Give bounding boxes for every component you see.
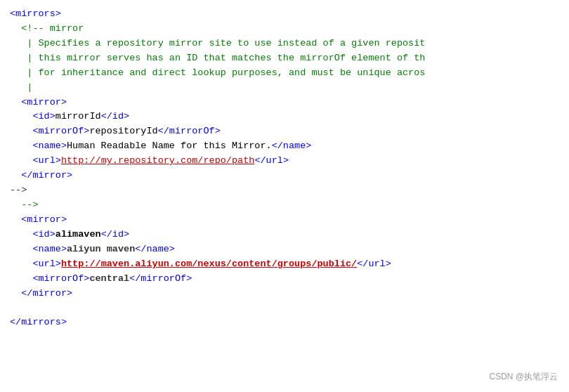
tag-mirrors-open: <mirrors> bbox=[10, 8, 61, 19]
name-value-1: Human Readable Name for this Mirror. bbox=[67, 141, 272, 151]
line-8: <id>mirrorId</id> bbox=[10, 110, 559, 124]
tag-mirror-close-2: </mirror> bbox=[21, 288, 72, 299]
comment-line4: | this mirror serves has an ID that matc… bbox=[10, 53, 425, 63]
line-4: | this mirror serves has an ID that matc… bbox=[10, 51, 559, 66]
tag-url-close-2: </url> bbox=[357, 259, 391, 269]
line-17: <url>http://maven.aliyun.com/nexus/conte… bbox=[10, 257, 559, 272]
comment-line6: | bbox=[10, 82, 32, 93]
line-2: <!-- mirror bbox=[10, 22, 559, 37]
tag-mirror-close-1: </mirror> bbox=[21, 170, 72, 181]
line-9: <mirrorOf>repositoryId</mirrorOf> bbox=[10, 124, 559, 139]
tag-mirrors-close: </mirrors> bbox=[10, 317, 67, 327]
line-14: <mirror> bbox=[10, 213, 559, 228]
url-value-1[interactable]: http://my.repository.com/repo/path bbox=[61, 155, 254, 166]
line-11: <url>http://my.repository.com/repo/path<… bbox=[10, 154, 559, 169]
tag-url-open-2: <url> bbox=[32, 259, 61, 269]
tag-mirrorOf-close-2: </mirrorOf> bbox=[129, 273, 192, 284]
line-7: <mirror> bbox=[10, 96, 559, 110]
tag-name-close-1: </name> bbox=[272, 141, 312, 151]
comment-mirror: <!-- mirror bbox=[10, 23, 84, 34]
id-value-2: alimaven bbox=[55, 229, 101, 240]
line-1: <mirrors> bbox=[10, 7, 559, 22]
tag-id-close-2: </id> bbox=[101, 229, 130, 240]
line-19: </mirror> bbox=[10, 287, 559, 301]
tag-id-close-1: </id> bbox=[101, 111, 130, 122]
comment-line3: | Specifies a repository mirror site to … bbox=[10, 38, 425, 48]
line-10: <name>Human Readable Name for this Mirro… bbox=[10, 139, 559, 154]
tag-mirror-open-1: <mirror> bbox=[21, 97, 67, 107]
tag-name-open-1: <name> bbox=[32, 141, 67, 151]
url-value-2[interactable]: http://maven.aliyun.com/nexus/content/gr… bbox=[61, 259, 357, 269]
line-21: </mirrors> bbox=[10, 315, 559, 330]
line-12: </mirror> bbox=[10, 169, 559, 183]
tag-mirrorOf-close-1: </mirrorOf> bbox=[158, 126, 221, 136]
id-value-1: mirrorId bbox=[55, 111, 101, 122]
line-6: | bbox=[10, 81, 559, 96]
tag-url-open-1: <url> bbox=[32, 155, 61, 166]
tag-mirror-open-2: <mirror> bbox=[21, 214, 67, 225]
line-3: | Specifies a repository mirror site to … bbox=[10, 37, 559, 51]
line-15: <id>alimaven</id> bbox=[10, 228, 559, 242]
mirrorOf-value-2: central bbox=[89, 273, 129, 284]
tag-name-open-2: <name> bbox=[32, 244, 67, 254]
tag-url-close-1: </url> bbox=[254, 155, 289, 166]
code-block: <mirrors> <!-- mirror | Specifies a repo… bbox=[0, 0, 569, 392]
tag-mirrorOf-open-1: <mirrorOf> bbox=[32, 126, 89, 136]
mirrorOf-value-1: repositoryId bbox=[89, 126, 157, 136]
watermark: CSDN @执笔浮云 bbox=[489, 370, 558, 384]
line-5: | for inheritance and direct lookup purp… bbox=[10, 66, 559, 81]
tag-name-close-2: </name> bbox=[135, 244, 175, 254]
comment-line5: | for inheritance and direct lookup purp… bbox=[10, 67, 425, 78]
tag-id-open-2: <id> bbox=[32, 229, 55, 240]
tag-id-open-1: <id> bbox=[32, 111, 55, 122]
tag-mirrorOf-open-2: <mirrorOf> bbox=[32, 273, 89, 284]
line-20 bbox=[10, 301, 559, 315]
line-13: --> bbox=[10, 198, 559, 213]
name-value-2: aliyun maven bbox=[67, 244, 135, 254]
comment-end: --> bbox=[10, 200, 39, 210]
line-18: <mirrorOf>central</mirrorOf> bbox=[10, 272, 559, 287]
line-16: <name>aliyun maven</name> bbox=[10, 242, 559, 257]
